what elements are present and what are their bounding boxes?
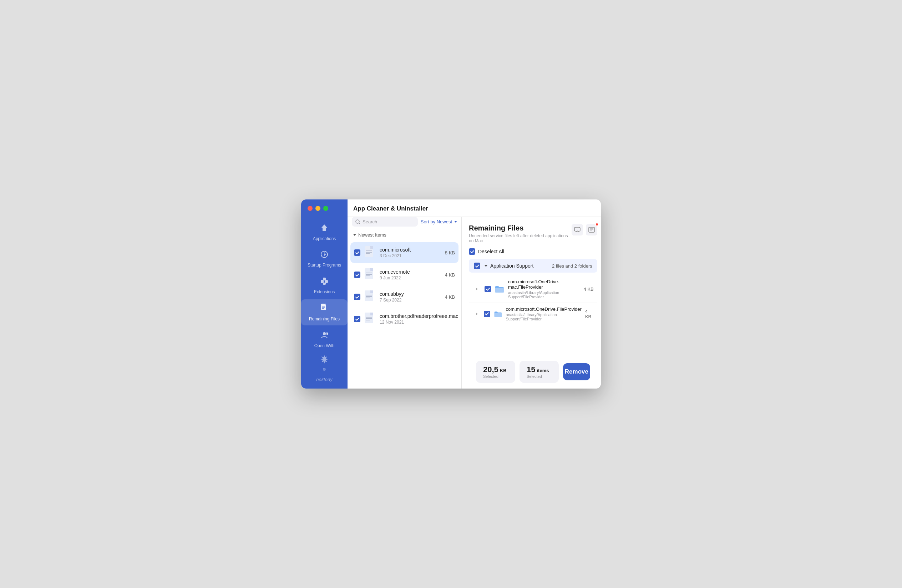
main-content: App Cleaner & Uninstaller Search Sort by… [348, 199, 601, 389]
app-name-brother: com.brother.pdfreaderprofreee.mac [380, 313, 458, 319]
search-placeholder: Search [363, 219, 377, 224]
file-size-1: 4 KB [585, 309, 594, 319]
items-stat-pill: 15 items Selected [520, 361, 559, 383]
chat-icon-button[interactable] [572, 224, 583, 236]
chevron-down-icon [353, 234, 356, 236]
search-box[interactable]: Search [352, 217, 418, 227]
right-panel-title-block: Remaining Files Unneeded service files l… [469, 224, 572, 243]
app-date-brother: 12 Nov 2021 [380, 320, 458, 325]
sidebar-item-remaining-files[interactable]: Remaining Files [301, 299, 348, 325]
right-panel-subtitle: Unneeded service files left after delete… [469, 233, 572, 243]
sidebar-item-open-with[interactable]: Open With [301, 327, 348, 352]
minimize-button[interactable] [315, 206, 320, 211]
chevron-right-icon-1 [476, 313, 478, 316]
applications-icon [320, 224, 329, 235]
content-row: Search Sort by Newest Newest Items [348, 217, 601, 389]
sidebar-label-open-with: Open With [314, 343, 335, 348]
app-support-count: 2 files and 2 folders [552, 263, 592, 269]
app-size-microsoft: 8 KB [445, 250, 455, 255]
checkbox-evernote[interactable] [354, 272, 360, 278]
svg-rect-3 [323, 278, 326, 280]
list-icon-button[interactable] [586, 224, 597, 236]
svg-rect-20 [370, 268, 373, 271]
size-label: Selected [483, 374, 507, 378]
file-checkbox-1[interactable] [484, 311, 490, 317]
app-item-evernote[interactable]: com.evernote 9 Jun 2022 4 KB [351, 264, 459, 285]
maccleaner-icon[interactable]: ⚙ [319, 354, 329, 372]
svg-rect-6 [325, 303, 326, 305]
sidebar-item-startup[interactable]: Startup Programs [301, 246, 348, 271]
deselect-all-checkbox[interactable] [469, 248, 475, 255]
folder-icon-1 [494, 310, 503, 318]
file-path-1: anastasiia/Library/Application Support/F… [506, 313, 582, 321]
doc-icon-brother [364, 312, 376, 326]
size-stat-inner: 20,5 KB Selected [483, 365, 507, 378]
app-list: com.microsoft 3 Dec 2021 8 KB [348, 240, 461, 389]
app-info-brother: com.brother.pdfreaderprofreee.mac 12 Nov… [380, 313, 458, 325]
size-value: 20,5 [483, 365, 498, 374]
items-unit: items [537, 368, 549, 373]
file-info-1: com.microsoft.OneDrive.FileProvider anas… [506, 307, 582, 321]
expand-arrow-icon[interactable] [476, 287, 481, 291]
app-item-brother[interactable]: com.brother.pdfreaderprofreee.mac 12 Nov… [351, 309, 459, 329]
app-item-abbyy[interactable]: com.abbyy 7 Sep 2022 4 KB [351, 286, 459, 307]
sidebar-item-applications[interactable]: Applications [301, 220, 348, 245]
sidebar-label-startup: Startup Programs [308, 263, 341, 267]
app-support-checkbox[interactable] [474, 263, 480, 269]
bottom-bar: 20,5 KB Selected 15 items Selec [469, 355, 597, 389]
svg-point-10 [323, 332, 326, 335]
checkbox-brother[interactable] [354, 316, 360, 322]
sidebar: Applications Startup Programs Extensio [301, 199, 348, 389]
sidebar-item-extensions[interactable]: Extensions [301, 273, 348, 298]
file-info-0: com.microsoft.OneDrive-mac.FileProvider … [508, 279, 580, 299]
size-stat-top: 20,5 KB [483, 365, 507, 374]
search-icon [355, 219, 360, 224]
sidebar-bottom: ⚙ nektony [301, 354, 348, 385]
deselect-all-row: Deselect All [469, 248, 597, 255]
app-item-microsoft[interactable]: com.microsoft 3 Dec 2021 8 KB [351, 242, 459, 263]
newest-items-label: Newest Items [358, 232, 387, 238]
checkbox-abbyy[interactable] [354, 294, 360, 300]
folder-icon-0 [495, 285, 504, 293]
app-info-microsoft: com.microsoft 3 Dec 2021 [380, 247, 442, 258]
app-info-evernote: com.evernote 9 Jun 2022 [380, 269, 442, 280]
maximize-button[interactable] [323, 206, 328, 211]
open-with-icon [320, 330, 329, 342]
app-window: Applications Startup Programs Extensio [301, 199, 601, 389]
file-row-1[interactable]: com.microsoft.OneDrive.FileProvider anas… [469, 303, 597, 325]
app-size-abbyy: 4 KB [445, 294, 455, 300]
close-button[interactable] [308, 206, 313, 211]
svg-line-13 [359, 223, 360, 224]
deselect-all-label: Deselect All [478, 249, 504, 254]
right-panel: Remaining Files Unneeded service files l… [462, 217, 601, 389]
nektony-brand: nektony [316, 377, 332, 382]
chevron-down-icon [454, 221, 457, 223]
app-size-evernote: 4 KB [445, 272, 455, 278]
chevron-right-icon [476, 288, 478, 291]
sidebar-label-applications: Applications [313, 236, 336, 241]
app-date-abbyy: 7 Sep 2022 [380, 297, 442, 303]
startup-icon [320, 250, 329, 261]
checkbox-microsoft[interactable] [354, 249, 360, 256]
app-support-header[interactable]: Application Support 2 files and 2 folder… [469, 259, 597, 272]
newest-items-header[interactable]: Newest Items [348, 230, 461, 240]
svg-rect-25 [370, 291, 373, 293]
sort-label: Sort by Newest [421, 219, 452, 224]
svg-rect-2 [325, 280, 328, 283]
right-panel-title: Remaining Files [469, 224, 572, 232]
app-title: App Cleaner & Uninstaller [348, 199, 601, 217]
doc-icon-evernote [364, 268, 376, 281]
app-name-abbyy: com.abbyy [380, 291, 442, 297]
remove-button[interactable]: Remove [563, 363, 590, 380]
file-row-0[interactable]: com.microsoft.OneDrive-mac.FileProvider … [469, 275, 597, 303]
svg-rect-1 [321, 280, 324, 283]
notification-badge [595, 223, 599, 226]
app-name-microsoft: com.microsoft [380, 247, 442, 253]
items-stat-top: 15 items [527, 365, 549, 374]
app-info-abbyy: com.abbyy 7 Sep 2022 [380, 291, 442, 303]
sort-button[interactable]: Sort by Newest [421, 219, 457, 224]
remaining-files-icon [320, 303, 329, 315]
right-panel-icons [572, 224, 597, 236]
file-checkbox-0[interactable] [484, 286, 491, 292]
expand-arrow-icon-1[interactable] [476, 312, 480, 316]
